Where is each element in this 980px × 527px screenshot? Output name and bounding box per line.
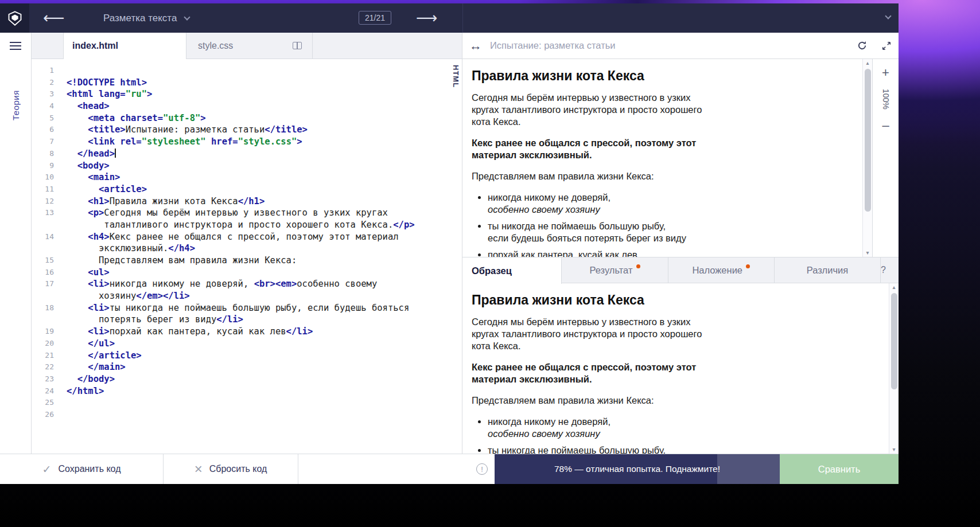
- scroll-down-icon[interactable]: ▾: [866, 249, 869, 256]
- editor-tabbar: index.html style.css: [32, 33, 462, 59]
- compare-button[interactable]: Сравнить: [780, 454, 899, 484]
- check-icon: ✓: [42, 463, 52, 476]
- chevron-down-icon: [184, 14, 190, 20]
- zoom-out-button[interactable]: –: [882, 119, 889, 132]
- bottombar-spacer: [298, 454, 476, 484]
- code-row: 15 Представляем вам правила жизни Кекса:: [32, 255, 462, 267]
- course-title: Разметка текста: [103, 13, 177, 24]
- rendered-article: Правила жизни кота КексаСегодня мы берём…: [472, 68, 720, 257]
- help-button[interactable]: ?: [881, 265, 899, 275]
- code-row: 26: [32, 409, 462, 421]
- code-row: 6 <title>Испытание: разметка статьи</tit…: [32, 124, 462, 136]
- preview-urlbar: ↔ Испытание: разметка статьи: [462, 33, 899, 59]
- fullscreen-button[interactable]: [874, 41, 899, 51]
- code-row: 11 <article>: [32, 184, 462, 196]
- prev-task-arrow[interactable]: ⟵: [43, 3, 64, 33]
- changed-dot: [636, 264, 640, 268]
- preview-page: Правила жизни кота КексаСегодня мы берём…: [462, 59, 862, 257]
- tab-label: style.css: [198, 41, 233, 51]
- code-row: 8 </head>: [32, 148, 462, 160]
- close-icon: ×: [195, 463, 203, 475]
- sample-tab-4[interactable]: Различия: [775, 257, 881, 283]
- code-row: 19 <li>порхай как пантера, кусай как лев…: [32, 326, 462, 338]
- sample-tab-2[interactable]: Результат: [562, 257, 668, 283]
- code-row: 13 <p>Сегодня мы берём интервью у извест…: [32, 207, 462, 219]
- scroll-up-icon[interactable]: ▴: [892, 284, 895, 291]
- code-row: 16 <ul>: [32, 267, 462, 279]
- code-row: 20 </ul>: [32, 338, 462, 350]
- code-row: 18 <li>ты никогда не поймаешь большую ры…: [32, 302, 462, 314]
- text-caret: [115, 149, 116, 158]
- refresh-icon: [857, 40, 868, 51]
- sidebar-item-theory[interactable]: Теория: [0, 63, 32, 149]
- tab-label: Образец: [472, 266, 512, 276]
- htmlacademy-logo[interactable]: [0, 3, 29, 33]
- scroll-thumb[interactable]: [891, 293, 897, 389]
- rule-item: порхай как пантера, кусай как лев: [488, 249, 689, 257]
- code-row: 12 <h1>Правила жизни кота Кекса</h1>: [32, 196, 462, 208]
- reset-label: Сбросить код: [209, 464, 267, 474]
- split-view-icon[interactable]: [293, 42, 302, 49]
- tab-index-html[interactable]: index.html: [63, 33, 186, 59]
- code-row: потерять берег из виду</li>: [32, 314, 462, 326]
- sample-tab-3[interactable]: Наложение: [668, 257, 775, 283]
- code-row: 17 <li>никогда никому не доверяй, <br><e…: [32, 278, 462, 290]
- next-task-arrow[interactable]: ⟶: [416, 3, 437, 33]
- code-row: 22 </main>: [32, 361, 462, 373]
- refresh-button[interactable]: [850, 40, 874, 51]
- code-row: 9 <body>: [32, 160, 462, 172]
- code-row: 21 </article>: [32, 350, 462, 362]
- topbar-divider: [462, 3, 463, 33]
- rendered-article: Правила жизни кота КексаСегодня мы берём…: [472, 292, 720, 454]
- info-icon[interactable]: !: [476, 463, 488, 475]
- logo-icon: [7, 10, 23, 26]
- sample-scrollbar[interactable]: ▴ ▾: [889, 283, 899, 454]
- rule-item: ты никогда не поймаешь большую рыбу, есл…: [488, 220, 689, 244]
- code-lines[interactable]: 12<!DOCTYPE html>3<html lang="ru">4 <hea…: [32, 59, 462, 454]
- editor-language-tag: HTML: [452, 65, 460, 88]
- code-row: 5 <meta charset="utf-8">: [32, 112, 462, 124]
- topbar-dropdown-icon[interactable]: [885, 13, 891, 19]
- code-row: 24</html>: [32, 385, 462, 397]
- code-row: эксклюзивный.</h4>: [32, 243, 462, 255]
- tabbar-spacer: [32, 33, 63, 58]
- sample-tab-1[interactable]: Образец: [462, 257, 562, 284]
- code-row: талантливого инструктора и просто хороше…: [32, 219, 462, 231]
- progress-badge: 21/21: [359, 11, 391, 25]
- scroll-down-icon[interactable]: ▾: [892, 446, 895, 453]
- tab-label: Наложение: [692, 265, 742, 276]
- code-row: 3<html lang="ru">: [32, 88, 462, 100]
- menu-icon[interactable]: [10, 42, 21, 52]
- tab-style-css[interactable]: style.css: [186, 33, 313, 58]
- save-code-button[interactable]: ✓ Сохранить код: [0, 454, 164, 484]
- scroll-track[interactable]: [865, 67, 871, 249]
- code-row: 10 <main>: [32, 171, 462, 184]
- preview-scrollbar[interactable]: ▴ ▾: [862, 59, 872, 257]
- code-row: 23 </body>: [32, 373, 462, 385]
- rule-item: никогда никому не доверяй,особенно своем…: [488, 192, 689, 216]
- code-row: 4 <head>: [32, 100, 462, 112]
- code-editor-pane: index.html style.css 12<!DOCTYPE html>3<…: [32, 33, 462, 454]
- rule-item: никогда никому не доверяй,особенно своем…: [488, 416, 689, 440]
- left-sidebar: Теория: [0, 33, 32, 454]
- sample-page: Правила жизни кота КексаСегодня мы берём…: [462, 283, 889, 454]
- zoom-in-button[interactable]: +: [882, 66, 889, 80]
- scroll-track[interactable]: [891, 291, 897, 446]
- app-window: ⟵ Разметка текста 21/21 ⟶ Теория index.h…: [0, 3, 899, 484]
- zoom-rail: + 100% –: [872, 59, 899, 257]
- save-label: Сохранить код: [58, 464, 120, 474]
- reset-code-button[interactable]: × Сбросить код: [164, 454, 298, 484]
- course-menu[interactable]: Разметка текста: [103, 3, 189, 33]
- tab-label: index.html: [72, 41, 118, 51]
- sample-tabbar: ОбразецРезультатНаложениеРазличия?: [462, 257, 899, 283]
- bottom-bar: ✓ Сохранить код × Сбросить код ! 78% — о…: [0, 454, 899, 484]
- scroll-thumb[interactable]: [865, 69, 871, 212]
- swap-layout-icon[interactable]: ↔: [462, 38, 490, 53]
- expand-icon: [881, 41, 892, 51]
- zoom-level: 100%: [881, 89, 890, 110]
- changed-dot: [746, 264, 750, 268]
- code-row: 7 <link rel="stylesheet" href="style.css…: [32, 136, 462, 148]
- code-row: 25: [32, 397, 462, 409]
- sample-pane: ОбразецРезультатНаложениеРазличия? Прави…: [462, 257, 899, 454]
- scroll-up-icon[interactable]: ▴: [866, 60, 869, 67]
